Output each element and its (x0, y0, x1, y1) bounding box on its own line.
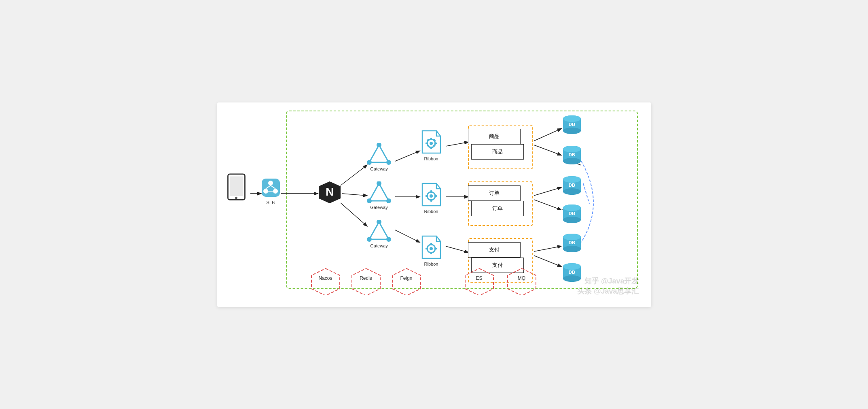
svg-point-88 (563, 246, 581, 252)
gateway3-label: Gateway (370, 243, 387, 248)
svg-rect-46 (430, 138, 432, 140)
ribbon3-label: Ribbon (424, 262, 438, 266)
svg-rect-47 (430, 147, 432, 149)
svg-point-43 (386, 237, 391, 242)
db2-icon: DB (561, 144, 583, 166)
gateway3-icon: Gateway (366, 220, 392, 248)
feign-hex: Feign (390, 266, 423, 295)
svg-point-37 (377, 181, 381, 186)
slb-icon: SLB (260, 177, 282, 205)
watermark-line2: 头条 @Java思享汇 (577, 286, 639, 296)
svg-point-55 (430, 194, 433, 198)
ribbon3-svg (418, 234, 445, 260)
slb-label: SLB (267, 200, 275, 205)
svg-point-89 (563, 234, 581, 240)
diagram-container: SLB N Gateway Gateway (217, 102, 651, 307)
svg-rect-21 (230, 176, 243, 196)
nginx-icon: N (318, 180, 342, 204)
db4-svg: DB (561, 203, 583, 225)
nacos-hex: Nacos (309, 266, 342, 295)
redis-label: Redis (350, 275, 382, 281)
ribbon3-icon: Ribbon (418, 234, 445, 266)
ribbon2-svg (418, 181, 445, 208)
svg-rect-63 (430, 252, 432, 254)
svg-marker-32 (369, 145, 389, 162)
db5-icon: DB (561, 232, 583, 254)
db3-icon: DB (561, 175, 583, 197)
svg-point-69 (563, 115, 581, 122)
svg-rect-49 (434, 143, 437, 144)
mq-hex: MQ (506, 266, 538, 295)
watermark: 知乎 @Java开发 头条 @Java思享汇 (577, 276, 639, 296)
service3a-label: 支付 (489, 246, 500, 253)
svg-rect-64 (426, 248, 428, 249)
service1a-box: 商品 (468, 129, 521, 144)
db1-icon: DB (561, 114, 583, 136)
svg-marker-96 (311, 268, 340, 295)
svg-marker-40 (369, 222, 389, 239)
svg-point-61 (430, 247, 433, 250)
svg-rect-62 (430, 243, 432, 245)
watermark-line1: 知乎 @Java开发 (577, 276, 639, 286)
gateway2-label: Gateway (370, 205, 387, 210)
svg-point-42 (367, 237, 372, 242)
gateway3-svg (366, 220, 392, 242)
svg-point-73 (563, 158, 581, 164)
service2a-box: 订单 (468, 185, 521, 201)
es-hex: ES (463, 266, 495, 295)
gateway1-label: Gateway (370, 166, 387, 171)
tablet-svg (225, 173, 248, 202)
svg-point-45 (430, 142, 433, 145)
ribbon1-label: Ribbon (424, 156, 438, 161)
redis-hex: Redis (350, 266, 382, 295)
svg-point-38 (367, 198, 372, 203)
service1b-box: 商品 (471, 144, 524, 160)
svg-point-68 (563, 128, 581, 134)
gateway1-svg (366, 143, 392, 165)
service2b-label: 订单 (492, 205, 503, 212)
db5-svg: DB (561, 232, 583, 254)
ribbon2-label: Ribbon (424, 209, 438, 214)
svg-text:DB: DB (569, 122, 575, 127)
service2b-box: 订单 (471, 201, 524, 216)
feign-label: Feign (390, 275, 423, 281)
svg-point-78 (563, 188, 581, 195)
svg-point-25 (263, 189, 268, 194)
svg-rect-65 (434, 248, 437, 249)
service1b-label: 商品 (492, 148, 503, 156)
svg-point-41 (377, 220, 381, 224)
svg-text:DB: DB (569, 270, 575, 275)
svg-marker-98 (392, 268, 421, 295)
ribbon1-icon: Ribbon (418, 129, 445, 161)
svg-marker-99 (465, 268, 493, 295)
svg-marker-97 (352, 268, 380, 295)
db3-svg: DB (561, 175, 583, 197)
svg-rect-57 (430, 199, 432, 202)
svg-point-84 (563, 204, 581, 211)
svg-point-26 (273, 189, 278, 194)
tablet-icon (223, 173, 250, 210)
db2-svg: DB (561, 144, 583, 166)
svg-point-35 (386, 160, 391, 165)
svg-point-24 (268, 181, 273, 185)
svg-rect-58 (426, 195, 428, 197)
svg-point-83 (563, 217, 581, 223)
gateway2-svg (366, 181, 392, 204)
svg-text:N: N (325, 185, 333, 198)
svg-text:DB: DB (569, 152, 575, 157)
gateway1-icon: Gateway (366, 143, 392, 171)
nacos-label: Nacos (309, 275, 342, 281)
svg-text:DB: DB (569, 183, 575, 187)
svg-rect-48 (426, 143, 428, 144)
db4-icon: DB (561, 203, 583, 225)
svg-text:DB: DB (569, 211, 575, 216)
svg-point-74 (563, 146, 581, 152)
slb-svg (260, 177, 282, 199)
svg-rect-56 (430, 190, 432, 193)
nginx-svg: N (318, 180, 342, 204)
ribbon2-icon: Ribbon (418, 181, 445, 214)
svg-point-79 (563, 176, 581, 183)
svg-rect-59 (434, 195, 437, 197)
svg-point-39 (386, 198, 391, 203)
ribbon1-svg (418, 129, 445, 155)
